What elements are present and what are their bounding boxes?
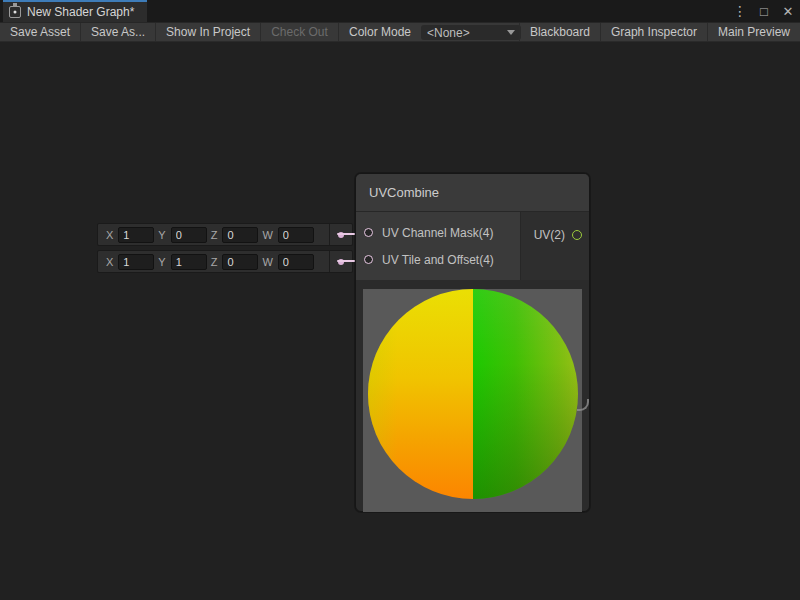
- input-port-label: UV Channel Mask(4): [382, 226, 493, 240]
- input-port-uv-tile-offset[interactable]: [364, 255, 373, 264]
- input-port-row-uv-channel-mask: UV Channel Mask(4): [356, 223, 520, 243]
- tab-new-shader-graph[interactable]: New Shader Graph*: [3, 0, 147, 22]
- show-in-project-button[interactable]: Show In Project: [156, 23, 261, 41]
- vector2-x-field[interactable]: [118, 254, 154, 270]
- vector1-x-field[interactable]: [118, 227, 154, 243]
- graph-canvas[interactable]: X Y Z W X Y Z W UVCombine: [0, 42, 800, 600]
- vector2-z-field[interactable]: [222, 254, 258, 270]
- z-label: Z: [211, 229, 218, 241]
- color-mode-dropdown[interactable]: <None>: [421, 25, 521, 40]
- main-preview-toggle-button[interactable]: Main Preview: [707, 23, 800, 41]
- node-title-bar[interactable]: UVCombine: [356, 174, 589, 212]
- blackboard-toggle-button[interactable]: Blackboard: [519, 23, 600, 41]
- output-port-uv[interactable]: [572, 230, 582, 240]
- node-preview-section: [356, 280, 589, 511]
- input-port-uv-channel-mask[interactable]: [364, 228, 373, 237]
- vector1-w-field[interactable]: [278, 227, 314, 243]
- shader-graph-icon: [9, 6, 21, 18]
- input-port-row-uv-tile-offset: UV Tile and Offset(4): [356, 250, 520, 270]
- color-mode-label: Color Mode: [349, 23, 411, 41]
- vector4-slot-row-uv-tile-offset: X Y Z W: [97, 250, 353, 273]
- window-menu-icon[interactable]: ⋮: [730, 1, 750, 21]
- check-out-button: Check Out: [261, 23, 339, 41]
- toolbar-right-group: Blackboard Graph Inspector Main Preview: [519, 23, 800, 41]
- color-mode-selected-value: <None>: [427, 26, 470, 40]
- vector1-z-field[interactable]: [222, 227, 258, 243]
- x-label: X: [106, 256, 113, 268]
- shader-graph-toolbar: Save Asset Save As... Show In Project Ch…: [0, 22, 800, 42]
- node-input-ports: UV Channel Mask(4) UV Tile and Offset(4): [356, 212, 521, 280]
- save-asset-button[interactable]: Save Asset: [0, 23, 81, 41]
- y-label: Y: [158, 256, 165, 268]
- close-icon[interactable]: ✕: [778, 1, 798, 21]
- y-label: Y: [158, 229, 165, 241]
- vector4-slot-row-uv-channel-mask: X Y Z W: [97, 223, 353, 246]
- w-label: W: [262, 256, 272, 268]
- w-label: W: [262, 229, 272, 241]
- node-ports-section: UV Channel Mask(4) UV Tile and Offset(4)…: [356, 212, 589, 280]
- node-output-ports: UV(2): [521, 212, 589, 280]
- graph-inspector-toggle-button[interactable]: Graph Inspector: [600, 23, 707, 41]
- chevron-down-icon: [507, 30, 515, 35]
- save-as-button[interactable]: Save As...: [81, 23, 156, 41]
- node-uvcombine[interactable]: UVCombine UV Channel Mask(4) UV Tile and…: [355, 173, 590, 512]
- vector2-y-field[interactable]: [171, 254, 207, 270]
- node-preview-background: [363, 289, 582, 512]
- vector2-w-field[interactable]: [278, 254, 314, 270]
- window-titlebar: New Shader Graph* ⋮ □ ✕: [0, 0, 800, 22]
- uv-preview-sphere: [368, 289, 578, 499]
- window-controls: ⋮ □ ✕: [730, 0, 798, 22]
- maximize-icon[interactable]: □: [754, 1, 774, 21]
- node-title: UVCombine: [369, 185, 439, 200]
- x-label: X: [106, 229, 113, 241]
- vector1-y-field[interactable]: [171, 227, 207, 243]
- sphere-right-half-green: [473, 289, 578, 499]
- output-port-label: UV(2): [534, 228, 565, 242]
- input-port-label: UV Tile and Offset(4): [382, 253, 494, 267]
- tab-title: New Shader Graph*: [27, 5, 134, 19]
- output-port-row-uv: UV(2): [534, 225, 589, 245]
- z-label: Z: [211, 256, 218, 268]
- sphere-left-half-yellow-orange: [368, 289, 473, 499]
